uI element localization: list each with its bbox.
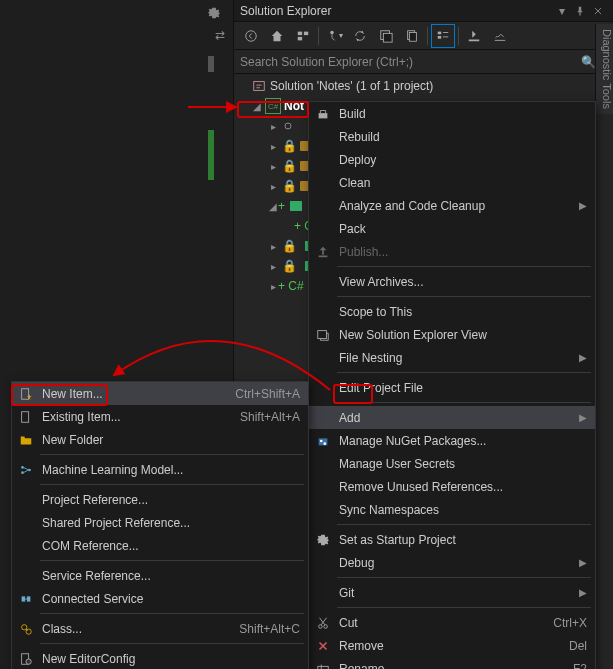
main_menu-item[interactable]: View Archives...	[309, 270, 595, 293]
menu-label: Clean	[339, 176, 587, 190]
svg-rect-2	[304, 31, 308, 35]
main_menu-item[interactable]: Manage NuGet Packages...	[309, 429, 595, 452]
main_menu-item[interactable]: Manage User Secrets	[309, 452, 595, 475]
blank-icon	[16, 537, 36, 555]
main_menu-item[interactable]: Add▶	[309, 406, 595, 429]
solution-node[interactable]: Solution 'Notes' (1 of 1 project)	[234, 76, 613, 96]
menu-label: Remove	[339, 639, 549, 653]
svg-rect-15	[319, 113, 328, 118]
main_menu-item[interactable]: New Solution Explorer View	[309, 323, 595, 346]
expand-icon[interactable]: ◢	[252, 101, 262, 112]
sync-button[interactable]	[348, 24, 372, 48]
editorconfig-icon	[16, 650, 36, 668]
sub_menu-item[interactable]: New EditorConfig	[12, 647, 308, 669]
sub_menu-item[interactable]: New Item...Ctrl+Shift+A	[12, 382, 308, 405]
added-marker: + C#	[278, 279, 304, 293]
lock-icon: 🔒	[281, 138, 297, 154]
pending-changes-filter-button[interactable]: ▾	[322, 24, 346, 48]
main_menu-item[interactable]: Clean	[309, 171, 595, 194]
properties-button[interactable]	[462, 24, 486, 48]
new-folder-icon	[16, 431, 36, 449]
main_menu-item[interactable]: Debug▶	[309, 551, 595, 574]
main_menu-item[interactable]: Sync Namespaces	[309, 498, 595, 521]
show-all-files-button[interactable]	[400, 24, 424, 48]
editor-settings-icon[interactable]	[207, 6, 221, 20]
main_menu-item[interactable]: Scope to This	[309, 300, 595, 323]
panel-pin-button[interactable]	[571, 2, 589, 20]
lock-icon: 🔒	[281, 238, 297, 254]
svg-point-0	[246, 30, 257, 41]
collapse-all-button[interactable]	[374, 24, 398, 48]
svg-rect-12	[290, 201, 302, 211]
blank-icon	[313, 584, 333, 602]
blank-icon	[313, 220, 333, 238]
main_menu-item[interactable]: Rebuild	[309, 125, 595, 148]
svg-rect-18	[319, 438, 328, 445]
class-icon	[16, 620, 36, 638]
menu-label: New Solution Explorer View	[339, 328, 587, 342]
panel-close-button[interactable]	[589, 2, 607, 20]
menu-label: Project Reference...	[42, 493, 300, 507]
sub_menu-item[interactable]: Connected Service	[12, 587, 308, 610]
menu-label: Rename	[339, 662, 553, 670]
search-box[interactable]: Search Solution Explorer (Ctrl+;) 🔍 ▾	[234, 50, 613, 74]
svg-point-34	[26, 659, 31, 664]
main_menu-item[interactable]: Build	[309, 102, 595, 125]
sub_menu-item[interactable]: Machine Learning Model...	[12, 458, 308, 481]
main_menu-item[interactable]: Pack	[309, 217, 595, 240]
new-item-icon	[16, 385, 36, 403]
editor-collapse-icon[interactable]: ⇄	[215, 28, 225, 42]
main_menu-item[interactable]: CutCtrl+X	[309, 611, 595, 634]
main_menu-item[interactable]: Deploy	[309, 148, 595, 171]
main_menu-item[interactable]: Edit Project File	[309, 376, 595, 399]
nuget-icon	[313, 432, 333, 450]
blank-icon	[313, 273, 333, 291]
main_menu-item[interactable]: Set as Startup Project	[309, 528, 595, 551]
svg-rect-17	[318, 330, 327, 338]
sub_menu-item[interactable]: Existing Item...Shift+Alt+A	[12, 405, 308, 428]
main_menu-item[interactable]: File Nesting▶	[309, 346, 595, 369]
menu-label: Edit Project File	[339, 381, 587, 395]
nav-back-button[interactable]	[239, 24, 263, 48]
minimap-marker	[208, 56, 214, 72]
svg-rect-3	[298, 36, 302, 40]
blank-icon	[313, 349, 333, 367]
csharp-project-icon: C#	[265, 98, 281, 114]
sub_menu-item[interactable]: COM Reference...	[12, 534, 308, 557]
diagnostic-tools-tab[interactable]: Diagnostic Tools	[595, 24, 613, 114]
remove-icon	[313, 637, 333, 655]
menu-label: Rebuild	[339, 130, 587, 144]
sub_menu-item[interactable]: Service Reference...	[12, 564, 308, 587]
menu-label: Debug	[339, 556, 569, 570]
menu-label: Class...	[42, 622, 219, 636]
sub_menu-item[interactable]: Project Reference...	[12, 488, 308, 511]
main_menu-item: Publish...	[309, 240, 595, 263]
main_menu-item[interactable]: Analyze and Code Cleanup▶	[309, 194, 595, 217]
menu-label: New Item...	[42, 387, 215, 401]
menu-shortcut: F2	[573, 662, 587, 670]
home-button[interactable]	[265, 24, 289, 48]
add-submenu: New Item...Ctrl+Shift+AExisting Item...S…	[11, 381, 309, 669]
main_menu-item[interactable]: RenameF2	[309, 657, 595, 669]
cut-icon	[313, 614, 333, 632]
menu-label: Pack	[339, 222, 587, 236]
project-label: Not	[284, 99, 304, 113]
menu-label: Manage NuGet Packages...	[339, 434, 587, 448]
main_menu-item[interactable]: Git▶	[309, 581, 595, 604]
panel-dropdown-button[interactable]: ▾	[553, 2, 571, 20]
blank-icon	[313, 303, 333, 321]
svg-point-20	[323, 442, 326, 445]
sub_menu-item[interactable]: New Folder	[12, 428, 308, 451]
menu-label: Analyze and Code Cleanup	[339, 199, 569, 213]
preview-button[interactable]	[488, 24, 512, 48]
main_menu-item[interactable]: Remove Unused References...	[309, 475, 595, 498]
sub_menu-item[interactable]: Shared Project Reference...	[12, 511, 308, 534]
lock-icon: 🔒	[281, 158, 297, 174]
track-active-item-button[interactable]	[431, 24, 455, 48]
menu-label: Scope to This	[339, 305, 587, 319]
sub_menu-item[interactable]: Class...Shift+Alt+C	[12, 617, 308, 640]
svg-rect-16	[319, 255, 328, 257]
switch-views-button[interactable]	[291, 24, 315, 48]
main_menu-item[interactable]: RemoveDel	[309, 634, 595, 657]
menu-label: COM Reference...	[42, 539, 300, 553]
